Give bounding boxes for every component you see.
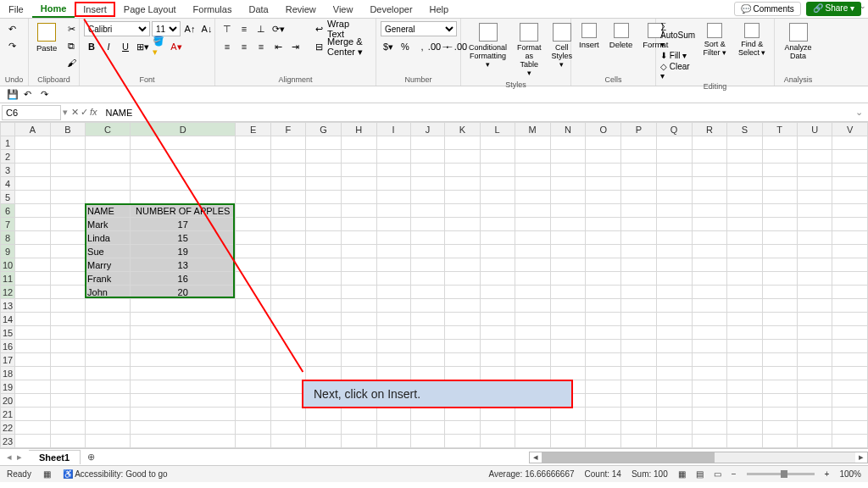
cell-J17[interactable]: [410, 353, 445, 367]
cell-T8[interactable]: [762, 231, 797, 245]
cell-H6[interactable]: [341, 204, 376, 218]
cell-F6[interactable]: [270, 204, 305, 218]
cell-M16[interactable]: [515, 340, 550, 353]
cell-K11[interactable]: [445, 272, 480, 286]
formula-input[interactable]: [101, 106, 850, 119]
tab-view[interactable]: View: [325, 2, 362, 17]
cell-A10[interactable]: [15, 258, 50, 272]
cell-R11[interactable]: [692, 272, 727, 286]
cell-G11[interactable]: [306, 272, 342, 286]
cell-V18[interactable]: [832, 367, 868, 380]
cell-C8[interactable]: Linda: [86, 231, 131, 245]
cell-M5[interactable]: [515, 191, 550, 204]
fill-button[interactable]: ⬇ Fill ▾: [660, 51, 695, 60]
cell-U18[interactable]: [797, 367, 832, 380]
cell-D19[interactable]: [131, 380, 236, 394]
percent-button[interactable]: %: [398, 39, 413, 54]
sheet-nav-prev[interactable]: ◂: [7, 452, 12, 463]
cell-G5[interactable]: [306, 191, 342, 204]
cell-G15[interactable]: [306, 326, 342, 340]
cell-C21[interactable]: [86, 408, 131, 421]
cell-G10[interactable]: [306, 258, 342, 272]
cell-A22[interactable]: [15, 421, 50, 435]
cell-V16[interactable]: [832, 340, 868, 353]
cell-L10[interactable]: [480, 258, 515, 272]
cell-I16[interactable]: [376, 340, 410, 353]
cell-T7[interactable]: [762, 218, 797, 231]
cell-O15[interactable]: [586, 326, 621, 340]
cell-M18[interactable]: [515, 367, 550, 380]
cell-L21[interactable]: [480, 408, 515, 421]
cell-G12[interactable]: [306, 286, 342, 299]
cell-B11[interactable]: [50, 272, 85, 286]
underline-button[interactable]: U: [118, 39, 133, 54]
cell-C3[interactable]: [86, 164, 131, 177]
cell-U19[interactable]: [797, 380, 832, 394]
cell-K22[interactable]: [445, 421, 480, 435]
zoom-in-button[interactable]: +: [825, 469, 830, 479]
cell-T10[interactable]: [762, 258, 797, 272]
cell-J8[interactable]: [410, 231, 445, 245]
indent-inc-button[interactable]: ⇥: [287, 39, 303, 54]
cell-K3[interactable]: [445, 164, 480, 177]
cell-Q8[interactable]: [656, 231, 692, 245]
cell-D16[interactable]: [131, 340, 236, 353]
cell-R2[interactable]: [692, 150, 727, 164]
cell-J14[interactable]: [410, 313, 445, 326]
cell-H12[interactable]: [341, 286, 376, 299]
col-header-I[interactable]: I: [376, 123, 410, 136]
cell-P4[interactable]: [621, 177, 656, 191]
cell-V22[interactable]: [832, 421, 868, 435]
cell-H1[interactable]: [341, 136, 376, 150]
cell-H4[interactable]: [341, 177, 376, 191]
row-header-21[interactable]: 21: [1, 408, 15, 421]
cell-S9[interactable]: [727, 245, 762, 258]
row-header-5[interactable]: 5: [1, 191, 15, 204]
status-accessibility[interactable]: ♿ Accessibility: Good to go: [63, 469, 168, 479]
cell-B4[interactable]: [50, 177, 85, 191]
cell-T23[interactable]: [762, 435, 797, 448]
cell-C16[interactable]: [86, 340, 131, 353]
cell-F12[interactable]: [270, 286, 305, 299]
cell-J3[interactable]: [410, 164, 445, 177]
cell-O23[interactable]: [586, 435, 621, 448]
cell-L15[interactable]: [480, 326, 515, 340]
row-header-13[interactable]: 13: [1, 299, 15, 313]
cell-S5[interactable]: [727, 191, 762, 204]
col-header-U[interactable]: U: [797, 123, 832, 136]
cell-Q17[interactable]: [656, 353, 692, 367]
cell-L1[interactable]: [480, 136, 515, 150]
cell-H9[interactable]: [341, 245, 376, 258]
cell-K1[interactable]: [445, 136, 480, 150]
cell-U2[interactable]: [797, 150, 832, 164]
cell-L4[interactable]: [480, 177, 515, 191]
cell-A17[interactable]: [15, 353, 50, 367]
cell-A19[interactable]: [15, 380, 50, 394]
cell-P15[interactable]: [621, 326, 656, 340]
row-header-8[interactable]: 8: [1, 231, 15, 245]
cell-A21[interactable]: [15, 408, 50, 421]
cell-B18[interactable]: [50, 367, 85, 380]
cell-B17[interactable]: [50, 353, 85, 367]
cell-C17[interactable]: [86, 353, 131, 367]
cell-Q12[interactable]: [656, 286, 692, 299]
cell-H2[interactable]: [341, 150, 376, 164]
cell-I24[interactable]: [376, 448, 410, 449]
cell-H5[interactable]: [341, 191, 376, 204]
cell-A4[interactable]: [15, 177, 50, 191]
font-color-button[interactable]: A▾: [169, 39, 184, 54]
cell-M11[interactable]: [515, 272, 550, 286]
col-header-L[interactable]: L: [480, 123, 515, 136]
cell-C18[interactable]: [86, 367, 131, 380]
formula-expand-button[interactable]: ⌄: [850, 107, 868, 118]
cell-U21[interactable]: [797, 408, 832, 421]
cell-T2[interactable]: [762, 150, 797, 164]
cell-U3[interactable]: [797, 164, 832, 177]
cell-S23[interactable]: [727, 435, 762, 448]
cell-O20[interactable]: [586, 394, 621, 408]
cell-D20[interactable]: [131, 394, 236, 408]
view-layout-button[interactable]: ▤: [696, 469, 704, 479]
cell-V9[interactable]: [832, 245, 868, 258]
col-header-D[interactable]: D: [131, 123, 236, 136]
col-header-J[interactable]: J: [410, 123, 445, 136]
